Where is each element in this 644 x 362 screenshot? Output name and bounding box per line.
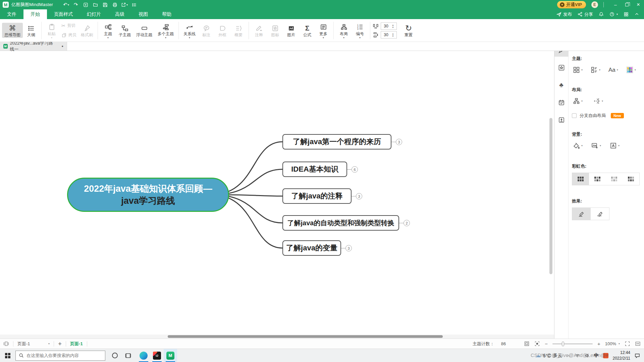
- document-tab[interactable]: M 2022年jav...ava学习路线一 ●: [0, 42, 67, 51]
- apps-grid-button[interactable]: [624, 12, 629, 17]
- zoom-level-dropdown[interactable]: 100%▾: [605, 341, 620, 346]
- topic-button[interactable]: 主题 ▾: [100, 22, 116, 39]
- new-file-button[interactable]: [82, 1, 89, 8]
- topic-node-3[interactable]: 了解java的注释: [282, 188, 352, 204]
- vertical-scrollbar-thumb[interactable]: [549, 118, 552, 274]
- vip-button[interactable]: ♥开通VIP: [557, 1, 586, 8]
- topic-node-4[interactable]: 了解java的自动类型和强制类型转换: [282, 215, 399, 231]
- page-overview-button[interactable]: [3, 341, 9, 347]
- collapse-count-badge-1[interactable]: 3: [396, 139, 402, 145]
- share-button[interactable]: 分享: [578, 11, 593, 17]
- tray-volume-button[interactable]: [585, 353, 590, 358]
- collapse-count-badge-2[interactable]: 6: [352, 166, 358, 173]
- search-input[interactable]: [26, 353, 97, 358]
- more-button[interactable]: 更多 ▾: [316, 22, 331, 39]
- theme-font-button[interactable]: Aa▾: [607, 66, 619, 74]
- background-fill-button[interactable]: ▾: [572, 141, 584, 150]
- export-tab-button[interactable]: [554, 114, 569, 126]
- zoom-out-button[interactable]: −: [545, 341, 548, 347]
- tray-expand-button[interactable]: ︿: [567, 353, 571, 358]
- zoom-slider-thumb[interactable]: [562, 342, 564, 346]
- collapse-ribbon-button[interactable]: [634, 12, 639, 17]
- horizontal-scrollbar[interactable]: [0, 335, 554, 339]
- topic-node-5[interactable]: 了解java的变量: [282, 240, 341, 256]
- layout-structure-button[interactable]: ▾: [572, 97, 584, 105]
- vertical-spacing-input[interactable]: [381, 33, 391, 37]
- notification-bell-button[interactable]: [599, 12, 604, 17]
- background-watermark-button[interactable]: ▾: [609, 141, 621, 150]
- export-button[interactable]: ▾: [121, 1, 128, 8]
- background-image-button[interactable]: ▾: [590, 141, 602, 150]
- horizontal-scrollbar-thumb[interactable]: [168, 335, 443, 338]
- numbering-button[interactable]: 123 编号 ▾: [352, 22, 368, 39]
- minimize-button[interactable]: –: [610, 0, 621, 9]
- spinner-arrows-icon[interactable]: ▲▼: [391, 24, 394, 28]
- horizontal-spacing-input[interactable]: [381, 24, 391, 28]
- undo-button[interactable]: ↶▾: [62, 1, 70, 8]
- taskbar-app-mindmaster[interactable]: M: [164, 349, 177, 362]
- redo-button[interactable]: ↷: [72, 1, 79, 8]
- menu-tab-home[interactable]: 开始: [23, 9, 47, 19]
- focus-mode-button[interactable]: [534, 341, 540, 347]
- paste-button[interactable]: 粘贴 ▾: [44, 22, 59, 39]
- boundary-button[interactable]: 外框: [215, 23, 230, 38]
- customize-quick-access-button[interactable]: [130, 1, 138, 8]
- theme-color-button[interactable]: ▾: [625, 66, 637, 74]
- fit-to-window-button[interactable]: [524, 341, 530, 347]
- root-topic-node[interactable]: 2022年java基础知识体系回顾—java学习路线: [67, 178, 229, 212]
- rainbow-option-1[interactable]: [572, 173, 589, 185]
- menu-tab-help[interactable]: 帮助: [155, 9, 178, 19]
- menu-tab-slides[interactable]: 幻灯片: [80, 9, 108, 19]
- layout-connector-button[interactable]: ▾: [592, 97, 604, 105]
- action-center-button[interactable]: [635, 353, 640, 358]
- layout-button[interactable]: 布局 ▾: [336, 22, 352, 39]
- free-layout-checkbox[interactable]: [572, 113, 577, 118]
- theme-style-button[interactable]: ▾: [572, 66, 584, 74]
- menu-tab-view[interactable]: 视图: [131, 9, 155, 19]
- page-tab-1[interactable]: 页面-1: [70, 341, 83, 347]
- fullscreen-button[interactable]: [625, 341, 630, 347]
- clover-tab-button[interactable]: ♣: [554, 79, 569, 92]
- restore-button[interactable]: [621, 0, 633, 9]
- horizontal-spacing-stepper[interactable]: ▲▼: [381, 22, 397, 30]
- subtopic-button[interactable]: 子主题: [116, 23, 133, 38]
- help-button[interactable]: ▾: [609, 12, 618, 17]
- summary-button[interactable]: 概要: [231, 23, 246, 38]
- picture-button[interactable]: 图片: [283, 23, 299, 38]
- cut-button[interactable]: ✂剪切: [60, 21, 78, 30]
- effect-option-normal[interactable]: [572, 208, 591, 220]
- publish-button[interactable]: 发布: [556, 11, 572, 17]
- task-view-button[interactable]: [121, 349, 135, 362]
- tray-network-button[interactable]: [575, 353, 580, 358]
- close-button[interactable]: ×: [633, 0, 644, 9]
- format-painter-button[interactable]: 格式刷: [78, 23, 95, 38]
- rainbow-option-3[interactable]: [606, 173, 623, 185]
- mindmap-canvas[interactable]: 2022年java基础知识体系回顾—java学习路线 了解java第一个程序的来…: [0, 51, 554, 339]
- menu-tab-file[interactable]: 文件: [0, 9, 23, 19]
- menu-tab-advanced[interactable]: 高级: [108, 9, 131, 19]
- page-select-dropdown[interactable]: 页面-1▾: [17, 341, 50, 347]
- taskbar-weather-widget[interactable]: ☁ 5°C 多云: [535, 352, 562, 359]
- multiple-topics-button[interactable]: 多个主题 ▾: [155, 22, 176, 39]
- zoom-in-button[interactable]: +: [597, 341, 600, 347]
- copy-button[interactable]: 拷贝: [60, 31, 78, 40]
- rainbow-option-4[interactable]: [623, 173, 639, 185]
- collapse-count-badge-4[interactable]: 2: [404, 220, 410, 226]
- icon-library-button[interactable]: 图标: [267, 23, 283, 38]
- callout-button[interactable]: 标注: [199, 23, 214, 38]
- topic-node-1[interactable]: 了解java第一个程序的来历: [282, 134, 391, 149]
- note-button[interactable]: 注释: [251, 23, 267, 38]
- effect-option-sketch[interactable]: [591, 208, 609, 220]
- save-button[interactable]: [101, 1, 109, 8]
- print-button[interactable]: [111, 1, 118, 8]
- collapse-count-badge-5[interactable]: 3: [345, 245, 352, 251]
- add-page-button[interactable]: +: [58, 340, 62, 348]
- topic-node-2[interactable]: IDEA基本知识: [282, 162, 347, 177]
- taskbar-clock[interactable]: 12:44 2022/2/11: [613, 350, 631, 361]
- formula-button[interactable]: Σ 公式: [300, 23, 315, 38]
- taskbar-app-idea[interactable]: IJ: [150, 349, 164, 362]
- open-file-button[interactable]: [92, 1, 99, 8]
- ime-indicator[interactable]: 中: [594, 353, 599, 359]
- user-avatar[interactable]: E: [591, 1, 598, 8]
- taskbar-search-box[interactable]: [15, 351, 105, 361]
